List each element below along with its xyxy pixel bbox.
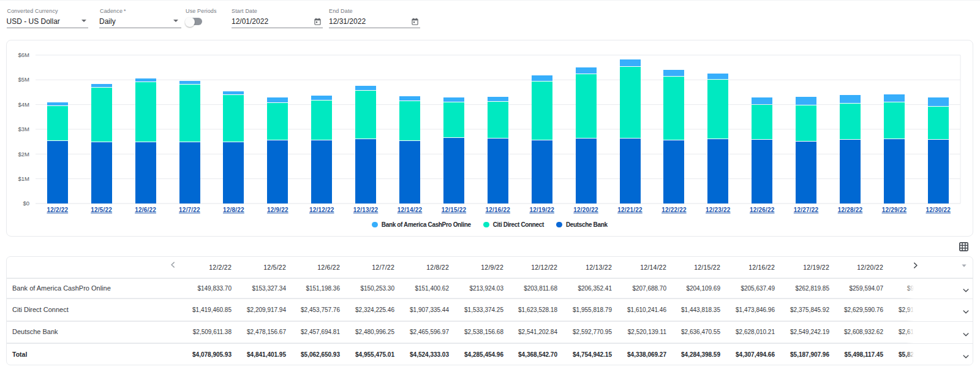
svg-text:12/23/22: 12/23/22	[706, 207, 731, 213]
svg-text:12/9/22: 12/9/22	[267, 207, 288, 213]
svg-text:$1M: $1M	[18, 175, 30, 182]
svg-text:12/2/22: 12/2/22	[47, 207, 68, 213]
svg-text:12/29/22: 12/29/22	[882, 207, 907, 213]
svg-text:12/26/22: 12/26/22	[750, 207, 775, 213]
svg-text:12/7/22: 12/7/22	[179, 207, 200, 213]
svg-text:12/6/22: 12/6/22	[135, 207, 156, 213]
svg-text:$0: $0	[23, 200, 29, 207]
svg-text:$6M: $6M	[18, 51, 30, 58]
svg-text:12/28/22: 12/28/22	[838, 207, 863, 213]
svg-text:12/21/22: 12/21/22	[617, 207, 643, 213]
svg-text:$3M: $3M	[18, 126, 30, 132]
svg-text:12/30/22: 12/30/22	[926, 207, 951, 213]
svg-text:$4M: $4M	[18, 101, 30, 108]
svg-text:12/12/22: 12/12/22	[309, 207, 334, 213]
svg-text:12/15/22: 12/15/22	[442, 207, 467, 213]
svg-text:$5M: $5M	[18, 76, 30, 83]
svg-text:12/16/22: 12/16/22	[486, 207, 511, 213]
svg-text:12/5/22: 12/5/22	[91, 207, 112, 213]
svg-text:12/27/22: 12/27/22	[794, 207, 819, 213]
svg-text:12/8/22: 12/8/22	[223, 207, 244, 213]
svg-text:12/19/22: 12/19/22	[529, 207, 554, 213]
svg-text:12/13/22: 12/13/22	[353, 207, 379, 213]
svg-text:12/22/22: 12/22/22	[662, 207, 687, 213]
svg-text:12/20/22: 12/20/22	[573, 207, 598, 213]
svg-text:12/14/22: 12/14/22	[398, 207, 423, 213]
svg-text:$2M: $2M	[18, 151, 30, 158]
